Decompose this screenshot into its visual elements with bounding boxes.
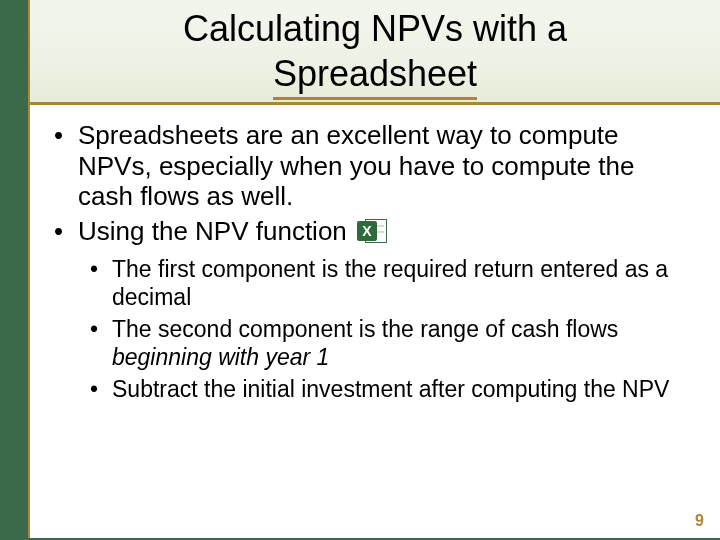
bullet-text: The second component is the range of cas… [112,316,618,342]
bullet-text: Subtract the initial investment after co… [112,376,669,402]
left-accent-bar [0,0,30,540]
excel-x-badge: X [357,221,377,241]
bullet-level2: Subtract the initial investment after co… [88,375,690,403]
bullet-level1: Spreadsheets are an excellent way to com… [50,120,690,212]
content-area: Spreadsheets are an excellent way to com… [50,120,690,407]
bullet-text: Using the NPV function [78,216,347,247]
bullet-row-with-icon: Using the NPV function X [78,216,690,247]
bullet-text: The first component is the required retu… [112,256,668,310]
bullet-level2: The first component is the required retu… [88,255,690,311]
excel-icon[interactable]: X [357,217,387,245]
bullet-emphasis: beginning with year 1 [112,344,329,370]
bullet-level2: The second component is the range of cas… [88,315,690,371]
title-line-2: Spreadsheet [273,51,477,100]
bullet-level1: Using the NPV function X [50,216,690,247]
slide-title: Calculating NPVs with a Spreadsheet [30,6,720,100]
bullet-text: Spreadsheets are an excellent way to com… [78,120,634,211]
slide: Calculating NPVs with a Spreadsheet Spre… [0,0,720,540]
sub-bullets: The first component is the required retu… [88,255,690,403]
page-number: 9 [695,512,704,530]
title-line-1: Calculating NPVs with a [183,8,567,49]
